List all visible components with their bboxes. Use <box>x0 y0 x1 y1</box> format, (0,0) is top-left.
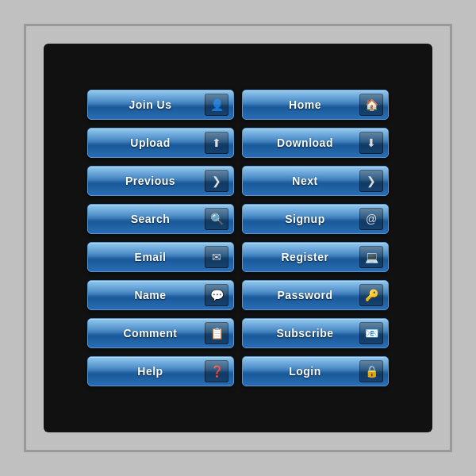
button-label: Signup <box>251 213 359 225</box>
button-label: Search <box>96 213 205 225</box>
button-label: Join Us <box>96 98 205 111</box>
button-label: Next <box>251 175 359 187</box>
button-icon-box: 💻 <box>359 246 383 268</box>
button-icon-box: ❓ <box>205 360 228 382</box>
outer-frame: Join Us👤Home🏠Upload⬆Download⬇Previous❯Ne… <box>24 24 452 452</box>
button-icon-box: ❯ <box>359 170 383 192</box>
upload-icon: ⬆ <box>212 137 221 148</box>
button-label: Previous <box>96 175 205 187</box>
register-icon: 💻 <box>365 251 378 263</box>
home-icon: 🏠 <box>365 99 378 110</box>
button-label: Upload <box>96 136 205 149</box>
password-button[interactable]: Password🔑 <box>242 280 389 310</box>
button-icon-box: 💬 <box>205 284 228 306</box>
previous-icon: ❯ <box>212 175 221 186</box>
signup-icon: @ <box>366 213 377 225</box>
email-icon: ✉ <box>212 251 221 263</box>
inner-panel: Join Us👤Home🏠Upload⬆Download⬇Previous❯Ne… <box>44 44 432 432</box>
name-icon: 💬 <box>210 290 224 301</box>
login-button[interactable]: Login🔒 <box>242 356 389 386</box>
button-label: Subscribe <box>251 327 359 340</box>
button-grid: Join Us👤Home🏠Upload⬆Download⬇Previous❯Ne… <box>71 74 405 402</box>
next-icon: ❯ <box>367 175 376 186</box>
help-button[interactable]: Help❓ <box>87 356 234 386</box>
button-icon-box: 📋 <box>205 322 228 344</box>
search-button[interactable]: Search🔍 <box>87 204 234 234</box>
button-label: Download <box>251 136 359 149</box>
button-icon-box: 📧 <box>359 322 383 344</box>
upload-button[interactable]: Upload⬆ <box>87 128 234 158</box>
download-button[interactable]: Download⬇ <box>242 128 389 158</box>
button-icon-box: ⬆ <box>205 132 228 154</box>
next-button[interactable]: Next❯ <box>242 166 389 196</box>
button-label: Password <box>251 289 359 301</box>
comment-button[interactable]: Comment📋 <box>87 318 234 348</box>
button-icon-box: 👤 <box>205 94 228 116</box>
search-icon: 🔍 <box>210 213 224 225</box>
previous-button[interactable]: Previous❯ <box>87 166 234 196</box>
help-icon: ❓ <box>210 366 224 377</box>
button-icon-box: ❯ <box>205 170 228 192</box>
button-icon-box: 🔒 <box>359 360 383 382</box>
button-icon-box: 🔑 <box>359 284 383 306</box>
button-icon-box: 🔍 <box>205 208 228 230</box>
button-label: Comment <box>96 327 205 340</box>
register-button[interactable]: Register💻 <box>242 242 389 272</box>
home-button[interactable]: Home🏠 <box>242 90 389 120</box>
comment-icon: 📋 <box>210 328 224 339</box>
name-button[interactable]: Name💬 <box>87 280 234 310</box>
button-icon-box: ⬇ <box>359 132 383 154</box>
button-label: Home <box>251 98 359 111</box>
button-label: Help <box>96 365 205 378</box>
button-icon-box: ✉ <box>205 246 228 268</box>
signup-button[interactable]: Signup@ <box>242 204 389 234</box>
download-icon: ⬇ <box>367 137 376 148</box>
join-us-button[interactable]: Join Us👤 <box>87 90 234 120</box>
join us-icon: 👤 <box>210 99 224 110</box>
subscribe-icon: 📧 <box>365 328 378 339</box>
button-icon-box: @ <box>359 208 383 230</box>
button-label: Email <box>96 251 205 263</box>
password-icon: 🔑 <box>365 290 378 301</box>
subscribe-button[interactable]: Subscribe📧 <box>242 318 389 348</box>
button-icon-box: 🏠 <box>359 94 383 116</box>
email-button[interactable]: Email✉ <box>87 242 234 272</box>
button-label: Login <box>251 365 359 378</box>
login-icon: 🔒 <box>365 366 378 377</box>
button-label: Name <box>96 289 205 301</box>
button-label: Register <box>251 251 359 263</box>
